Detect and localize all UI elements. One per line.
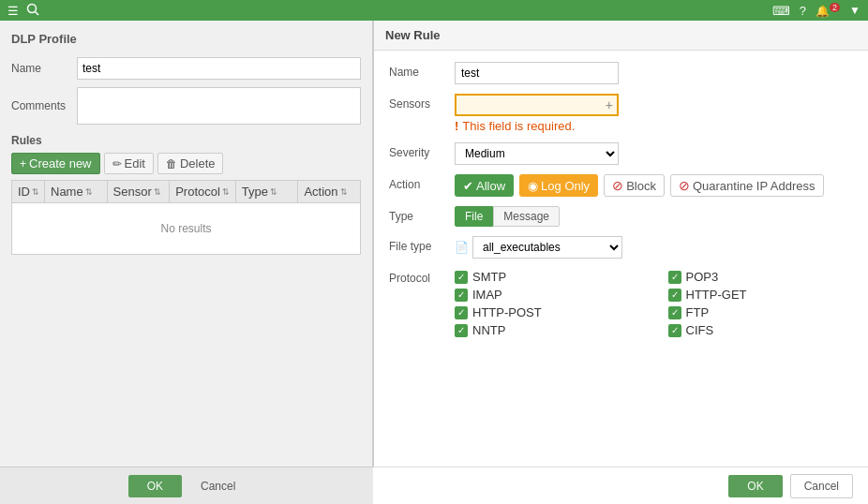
nntp-check[interactable]: ✓: [455, 324, 468, 337]
dialog-sensors-row: Sensors + ! This field is required.: [389, 94, 853, 133]
proto-imap: ✓ IMAP: [455, 288, 640, 302]
dialog-severity-label: Severity: [389, 142, 455, 159]
dialog-protocol-row: Protocol ✓ SMTP ✓ POP3 ✓ IMAP: [389, 268, 853, 337]
edit-icon: ✏: [112, 157, 122, 170]
imap-check[interactable]: ✓: [455, 289, 468, 302]
pop3-check[interactable]: ✓: [668, 271, 681, 284]
comments-input[interactable]: [77, 87, 361, 125]
http-get-check[interactable]: ✓: [668, 289, 681, 302]
topbar-left: ☰: [7, 3, 39, 19]
action-quarantine-button[interactable]: ⊘ Quarantine IP Address: [670, 174, 824, 197]
rules-title: Rules: [11, 134, 361, 147]
bell-icon[interactable]: 🔔2: [816, 3, 840, 18]
dialog-filetype-row: File type 📄 all_executables all_files do…: [389, 236, 853, 259]
severity-select[interactable]: Medium Low High Critical: [455, 142, 619, 165]
dialog-ok-button[interactable]: OK: [728, 475, 782, 497]
svg-point-0: [28, 4, 37, 12]
dialog-sensors-label: Sensors: [389, 94, 455, 111]
sensors-input-wrap: +: [455, 94, 619, 116]
dialog-filetype-control: 📄 all_executables all_files documents: [455, 236, 853, 259]
search-icon[interactable]: [26, 3, 39, 19]
dialog-body: Name Sensors + ! This field is required.…: [374, 51, 868, 358]
proto-ftp: ✓ FTP: [668, 305, 854, 319]
ftp-check[interactable]: ✓: [668, 306, 681, 319]
dialog-sensors-control: + ! This field is required.: [455, 94, 853, 133]
col-protocol: Protocol ⇅: [170, 181, 236, 202]
protocol-grid: ✓ SMTP ✓ POP3 ✓ IMAP ✓ HTTP-GET: [455, 270, 853, 337]
topbar-right: ⌨ ? 🔔2 ▼: [772, 3, 861, 18]
col-action: Action ⇅: [298, 181, 360, 202]
action-allow-button[interactable]: ✔ Allow: [455, 174, 514, 197]
dialog-type-label: Type: [389, 206, 455, 223]
dialog-filetype-label: File type: [389, 236, 455, 253]
user-icon[interactable]: ▼: [849, 4, 861, 17]
edit-button[interactable]: ✏ Edit: [104, 153, 154, 174]
dialog-name-control: [455, 62, 853, 84]
proto-smtp: ✓ SMTP: [455, 270, 640, 284]
dialog-footer: OK Cancel: [373, 467, 868, 504]
filetype-select[interactable]: all_executables all_files documents: [472, 236, 622, 259]
topbar: ☰ ⌨ ? 🔔2 ▼: [0, 0, 868, 21]
rules-toolbar: + Create new ✏ Edit 🗑 Delete: [11, 153, 361, 174]
type-tabs: File Message: [455, 206, 853, 227]
plus-icon: +: [20, 157, 26, 170]
file-icon: 📄: [455, 241, 469, 254]
tab-file[interactable]: File: [455, 206, 493, 227]
allow-check-icon: ✔: [463, 179, 473, 193]
panel-title: DLP Profile: [11, 32, 361, 46]
proto-cifs: ✓ CIFS: [668, 323, 854, 337]
dialog-title: New Rule: [374, 21, 868, 51]
col-sensor: Sensor ⇅: [108, 181, 171, 202]
comments-label: Comments: [11, 99, 77, 112]
terminal-icon[interactable]: ⌨: [772, 4, 790, 18]
no-results: No results: [12, 203, 360, 254]
col-name: Name ⇅: [45, 181, 108, 202]
http-post-check[interactable]: ✓: [455, 306, 468, 319]
name-input[interactable]: [77, 57, 361, 80]
sort-arrows-protocol[interactable]: ⇅: [222, 187, 230, 197]
dialog-severity-control: Medium Low High Critical: [455, 142, 853, 165]
dialog-name-input[interactable]: [455, 62, 619, 84]
left-panel-footer: OK Cancel: [0, 467, 373, 504]
trash-icon: 🗑: [166, 157, 177, 170]
required-icon: !: [455, 119, 458, 133]
col-id: ID ⇅: [12, 181, 45, 202]
sort-arrows-name[interactable]: ⇅: [85, 187, 93, 197]
dialog-protocol-control: ✓ SMTP ✓ POP3 ✓ IMAP ✓ HTTP-GET: [455, 268, 853, 337]
dialog-cancel-button[interactable]: Cancel: [790, 474, 853, 498]
left-panel: DLP Profile Name Comments Rules + Create…: [0, 21, 373, 504]
table-header: ID ⇅ Name ⇅ Sensor ⇅ Protocol ⇅ Type ⇅: [12, 181, 360, 203]
new-rule-dialog: New Rule Name Sensors + ! This field is …: [373, 21, 868, 504]
help-icon[interactable]: ?: [800, 4, 806, 18]
action-buttons: ✔ Allow ◉ Log Only ⊘ Block ⊘ Quarantine …: [455, 174, 853, 197]
name-label: Name: [11, 62, 77, 75]
dialog-name-row: Name: [389, 62, 853, 84]
dialog-name-label: Name: [389, 62, 455, 79]
action-block-button[interactable]: ⊘ Block: [604, 174, 665, 197]
sort-arrows-type[interactable]: ⇅: [270, 187, 277, 197]
rules-section: Rules + Create new ✏ Edit 🗑 Delete ID ⇅: [11, 134, 361, 255]
sensors-plus-icon: +: [606, 97, 613, 112]
quarantine-icon: ⊘: [679, 178, 690, 193]
left-cancel-button[interactable]: Cancel: [191, 475, 245, 497]
left-ok-button[interactable]: OK: [128, 475, 182, 497]
sensors-input[interactable]: [455, 94, 619, 116]
proto-pop3: ✓ POP3: [668, 270, 854, 284]
dialog-protocol-label: Protocol: [389, 268, 455, 285]
block-icon: ⊘: [612, 178, 623, 193]
cifs-check[interactable]: ✓: [668, 324, 681, 337]
comments-row: Comments: [11, 87, 361, 125]
dialog-action-row: Action ✔ Allow ◉ Log Only ⊘ Block ⊘ Quar…: [389, 174, 853, 197]
proto-http-get: ✓ HTTP-GET: [668, 288, 854, 302]
delete-button[interactable]: 🗑 Delete: [157, 153, 224, 174]
action-log-only-button[interactable]: ◉ Log Only: [519, 174, 598, 197]
menu-icon[interactable]: ☰: [7, 4, 19, 18]
proto-http-post: ✓ HTTP-POST: [455, 305, 640, 319]
create-new-button[interactable]: + Create new: [11, 153, 100, 174]
smtp-check[interactable]: ✓: [455, 271, 468, 284]
tab-message[interactable]: Message: [493, 206, 560, 227]
sort-arrows-sensor[interactable]: ⇅: [154, 187, 161, 197]
sort-arrows-action[interactable]: ⇅: [340, 187, 348, 197]
sort-arrows-id[interactable]: ⇅: [32, 187, 39, 197]
svg-line-1: [36, 11, 39, 15]
